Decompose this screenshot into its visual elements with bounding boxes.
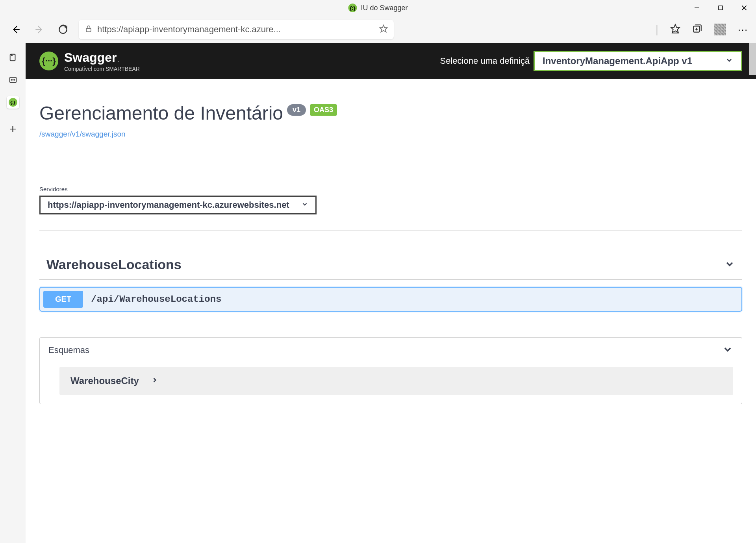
swagger-logo-icon: {···}	[39, 52, 58, 70]
collections-icon[interactable]	[692, 24, 702, 35]
browser-toolbar: https://apiapp-inventorymanagement-kc.az…	[0, 16, 756, 43]
window-title: IU do Swagger	[361, 4, 408, 12]
vertical-tabs-sidebar: {:} +	[0, 43, 26, 543]
definition-value: InventoryManagement.ApiApp v1	[543, 55, 692, 66]
lock-icon	[85, 25, 93, 34]
endpoint-operation[interactable]: GET /api/WarehouseLocations	[39, 287, 742, 312]
chevron-down-icon	[724, 259, 735, 271]
schemas-section: Esquemas WarehouseCity	[39, 337, 742, 404]
swagger-json-link[interactable]: /swagger/v1/swagger.json	[39, 130, 742, 139]
refresh-button[interactable]	[55, 22, 71, 37]
endpoint-path: /api/WarehouseLocations	[91, 294, 221, 305]
chevron-right-icon	[151, 376, 159, 386]
swagger-logo: {···} Swagger . Compatível com SMARTBEAR	[39, 50, 140, 72]
api-title: Gerenciamento de Inventário	[39, 102, 283, 124]
server-url: https://apiapp-inventorymanagement-kc.az…	[48, 200, 289, 210]
schema-name: WarehouseCity	[70, 375, 139, 386]
chevron-down-icon	[722, 344, 733, 356]
svg-marker-7	[380, 25, 387, 32]
url-text: https://apiapp-inventorymanagement-kc.az…	[97, 24, 374, 35]
chevron-down-icon	[301, 201, 308, 209]
scrollbar[interactable]	[749, 43, 756, 75]
profile-avatar[interactable]	[714, 24, 726, 35]
page-content: {···} Swagger . Compatível com SMARTBEAR…	[26, 43, 756, 543]
maximize-button[interactable]	[709, 0, 732, 16]
toolbar-separator: |	[656, 23, 658, 36]
swagger-icon: {:}	[9, 98, 17, 107]
swagger-topbar: {···} Swagger . Compatível com SMARTBEAR…	[26, 43, 756, 79]
definition-select[interactable]: InventoryManagement.ApiApp v1	[534, 51, 742, 71]
close-button[interactable]	[732, 0, 756, 16]
servers-label: Servidores	[39, 186, 742, 192]
servers-section: Servidores https://apiapp-inventorymanag…	[39, 186, 742, 231]
window-titlebar: {:} IU do Swagger	[0, 0, 756, 16]
tab-list-icon[interactable]	[7, 74, 19, 86]
schemas-title: Esquemas	[48, 345, 89, 355]
endpoint-group-header[interactable]: WarehouseLocations	[39, 252, 742, 280]
http-method-badge: GET	[43, 291, 83, 308]
swagger-content: Gerenciamento de Inventário v1 OAS3 /swa…	[26, 79, 756, 416]
new-tab-button[interactable]: +	[9, 122, 17, 136]
favorites-icon[interactable]	[670, 24, 680, 35]
window-controls	[685, 0, 756, 16]
chevron-down-icon	[725, 56, 733, 66]
current-tab[interactable]: {:}	[7, 96, 19, 109]
oas-badge: OAS3	[310, 104, 337, 116]
minimize-button[interactable]	[685, 0, 709, 16]
swagger-brand: Swagger	[64, 50, 117, 65]
endpoint-group-name: WarehouseLocations	[46, 257, 182, 272]
schemas-header[interactable]: Esquemas	[40, 338, 742, 363]
address-bar[interactable]: https://apiapp-inventorymanagement-kc.az…	[79, 20, 394, 39]
definition-select-label: Selecione uma definiçã	[440, 56, 530, 66]
tab-actions-icon[interactable]	[7, 51, 19, 64]
servers-select[interactable]: https://apiapp-inventorymanagement-kc.az…	[39, 196, 317, 214]
swagger-icon: {:}	[348, 4, 357, 12]
schema-item[interactable]: WarehouseCity	[59, 367, 733, 395]
back-button[interactable]	[8, 22, 24, 37]
svg-marker-8	[671, 24, 680, 33]
svg-point-15	[11, 79, 12, 80]
svg-point-16	[13, 79, 13, 80]
swagger-tm: .	[117, 57, 119, 63]
svg-point-17	[14, 79, 15, 80]
version-badge: v1	[287, 104, 306, 116]
more-button[interactable]: ···	[738, 24, 748, 35]
forward-button[interactable]	[32, 22, 47, 37]
svg-rect-1	[719, 6, 723, 10]
main-layout: {:} + {···} Swagger . Compatível com SMA…	[0, 43, 756, 543]
favorite-icon[interactable]	[379, 24, 388, 35]
swagger-subtitle: Compatível com SMARTBEAR	[64, 66, 140, 72]
endpoint-section: WarehouseLocations GET /api/WarehouseLoc…	[39, 252, 742, 312]
toolbar-right: | ···	[656, 23, 748, 36]
api-title-row: Gerenciamento de Inventário v1 OAS3	[39, 102, 742, 124]
titlebar-title-group: {:} IU do Swagger	[348, 4, 408, 12]
svg-rect-6	[86, 28, 91, 31]
